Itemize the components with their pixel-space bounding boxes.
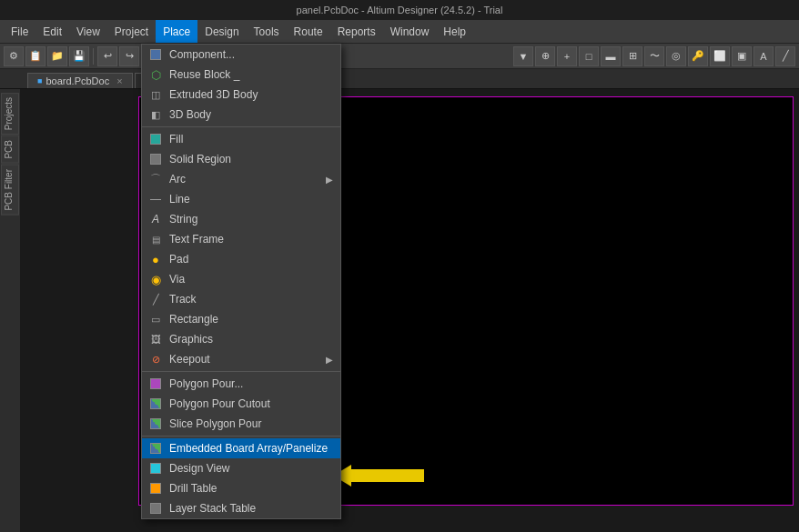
menu-place-via[interactable]: ◉ Via <box>142 269 340 289</box>
reuse-icon: ⬡ <box>147 66 164 83</box>
menu-route[interactable]: Route <box>287 20 330 43</box>
solid-region-icon <box>147 151 164 167</box>
embedded-board-icon <box>147 440 164 457</box>
sidebar-pcb[interactable]: PCB <box>1 136 19 164</box>
embedded-board-label: Embedded Board Array/Panelize <box>169 442 333 455</box>
toolbar-rect[interactable]: □ <box>579 46 599 66</box>
track-label: Track <box>169 293 333 306</box>
toolbar-btn-save[interactable]: 💾 <box>69 46 89 66</box>
menu-place-arc[interactable]: ⌒ Arc ▶ <box>142 169 340 189</box>
menu-place-polygon-cutout[interactable]: Polygon Pour Cutout <box>142 394 340 414</box>
sidebar-pcb-filter[interactable]: PCB Filter <box>1 165 19 216</box>
menu-place-slice-polygon[interactable]: Slice Polygon Pour <box>142 414 340 434</box>
menu-place-fill[interactable]: Fill <box>142 129 340 149</box>
menu-place-layer-stack[interactable]: Layer Stack Table <box>142 498 340 518</box>
text-frame-label: Text Frame <box>169 233 333 246</box>
menu-place-line[interactable]: — Line <box>142 189 340 209</box>
menu-place-reuse-block[interactable]: ⬡ Reuse Block _ <box>142 65 340 85</box>
layer-stack-icon <box>147 500 164 517</box>
menu-place-extruded-3d[interactable]: ◫ Extruded 3D Body <box>142 85 340 105</box>
polygon-pour-icon <box>147 376 164 392</box>
menu-edit[interactable]: Edit <box>35 20 69 43</box>
string-icon: A <box>147 211 164 227</box>
menu-view[interactable]: View <box>69 20 107 43</box>
sep-3 <box>142 436 340 437</box>
menu-reports[interactable]: Reports <box>330 20 383 43</box>
reuse-block-label: Reuse Block _ <box>169 68 333 81</box>
toolbar-sep-1 <box>93 48 94 65</box>
menu-place-keepout[interactable]: ⊘ Keepout ▶ <box>142 349 340 369</box>
menu-place-polygon-pour[interactable]: Polygon Pour... <box>142 374 340 394</box>
tab-board[interactable]: ■ board.PcbDoc × <box>27 73 133 88</box>
toolbar-btn-1[interactable]: ⚙ <box>4 46 24 66</box>
toolbar-target[interactable]: ◎ <box>666 46 686 66</box>
toolbar-key[interactable]: 🔑 <box>688 46 708 66</box>
drill-table-icon <box>147 480 164 497</box>
graphics-icon: 🖼 <box>147 331 164 347</box>
menu-file[interactable]: File <box>4 20 35 43</box>
toolbar-wave[interactable]: 〜 <box>644 46 664 66</box>
arc-arrow: ▶ <box>326 175 333 185</box>
keepout-label: Keepout <box>169 353 326 366</box>
menu-design[interactable]: Design <box>197 20 246 43</box>
sidebar-projects[interactable]: Projects <box>1 93 19 135</box>
tab-bar: ■ board.PcbDoc × ■ p... × <box>0 69 799 89</box>
menu-place-graphics[interactable]: 🖼 Graphics <box>142 329 340 349</box>
menu-place-design-view[interactable]: Design View <box>142 458 340 478</box>
slice-polygon-icon <box>147 416 164 432</box>
menu-project[interactable]: Project <box>107 20 156 43</box>
line-icon: — <box>147 191 164 207</box>
polygon-cutout-label: Polygon Pour Cutout <box>169 397 333 410</box>
menu-place-solid-region[interactable]: Solid Region <box>142 149 340 169</box>
title-text: panel.PcbDoc - Altium Designer (24.5.2) … <box>297 5 503 15</box>
menu-place-rectangle[interactable]: ▭ Rectangle <box>142 309 340 329</box>
menu-bar: File Edit View Project Place Design Tool… <box>0 20 799 44</box>
toolbar-bar[interactable]: ▬ <box>601 46 621 66</box>
menu-help[interactable]: Help <box>436 20 473 43</box>
tab-board-close[interactable]: × <box>116 75 122 86</box>
extruded-3d-icon: ◫ <box>147 86 164 103</box>
toolbar-btn-undo[interactable]: ↩ <box>97 46 117 66</box>
graphics-label: Graphics <box>169 333 333 346</box>
toolbar-zoom[interactable]: ⊕ <box>535 46 555 66</box>
sep-1 <box>142 126 340 127</box>
pad-icon: ● <box>147 251 164 267</box>
menu-place-3d-body[interactable]: ◧ 3D Body <box>142 105 340 125</box>
toolbar-text[interactable]: A <box>753 46 774 66</box>
toolbar-chip[interactable]: ▣ <box>732 46 752 66</box>
extruded-3d-label: Extruded 3D Body <box>169 88 333 101</box>
menu-place-string[interactable]: A String <box>142 209 340 229</box>
design-view-label: Design View <box>169 462 333 475</box>
toolbar-line[interactable]: ╱ <box>775 46 795 66</box>
toolbar-plus[interactable]: + <box>557 46 577 66</box>
toolbar-filter[interactable]: ▼ <box>513 46 533 66</box>
menu-place-track[interactable]: ╱ Track <box>142 289 340 309</box>
menu-place-pad[interactable]: ● Pad <box>142 249 340 269</box>
menu-window[interactable]: Window <box>383 20 437 43</box>
fill-label: Fill <box>169 133 333 146</box>
menu-place-text-frame[interactable]: ▤ Text Frame <box>142 229 340 249</box>
menu-place-component[interactable]: Component... <box>142 45 340 65</box>
keepout-icon: ⊘ <box>147 351 164 367</box>
toolbar-btn-3[interactable]: 📁 <box>47 46 67 66</box>
line-label: Line <box>169 193 333 206</box>
menu-place[interactable]: Place <box>156 20 197 43</box>
left-sidebar: Projects PCB PCB Filter <box>0 89 20 532</box>
3d-body-label: 3D Body <box>169 108 333 121</box>
menu-place-embedded-board[interactable]: Embedded Board Array/Panelize <box>142 438 340 458</box>
rectangle-icon: ▭ <box>147 311 164 327</box>
toolbar-btn-2[interactable]: 📋 <box>25 46 46 66</box>
menu-tools[interactable]: Tools <box>247 20 287 43</box>
title-bar: panel.PcbDoc - Altium Designer (24.5.2) … <box>0 0 799 20</box>
arc-icon: ⌒ <box>147 171 164 187</box>
menu-place-drill-table[interactable]: Drill Table <box>142 478 340 498</box>
tab-board-label: board.PcbDoc <box>46 75 109 86</box>
track-icon: ╱ <box>147 291 164 307</box>
3d-body-icon: ◧ <box>147 106 164 123</box>
toolbar-box[interactable]: ⬜ <box>710 46 730 66</box>
sep-2 <box>142 371 340 372</box>
keepout-arrow: ▶ <box>326 355 333 365</box>
design-view-icon <box>147 460 164 477</box>
toolbar-btn-redo[interactable]: ↪ <box>119 46 139 66</box>
toolbar-grid[interactable]: ⊞ <box>622 46 642 66</box>
